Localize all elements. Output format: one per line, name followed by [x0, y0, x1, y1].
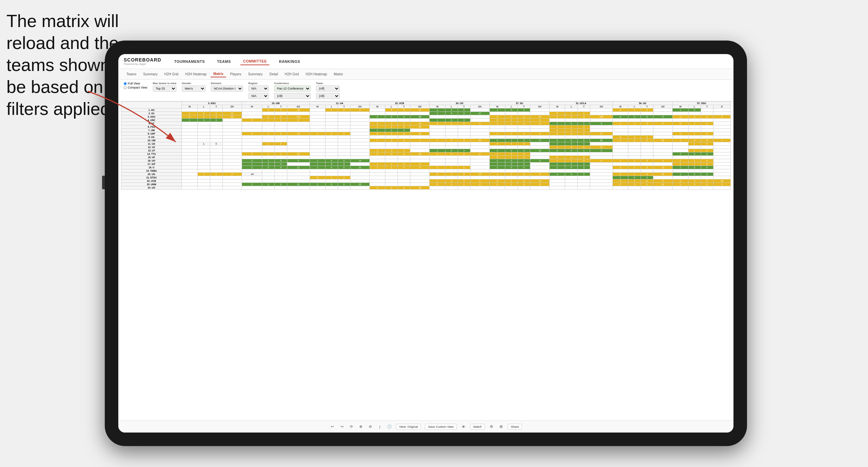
subnav-matrix[interactable]: Matrix	[211, 71, 226, 77]
cell-r11-c0-s2	[210, 146, 222, 149]
zoom-icon[interactable]: ⊕	[358, 424, 364, 429]
region-select[interactable]: N/A	[248, 85, 269, 92]
cell-r17-c3-s0: 1	[369, 166, 385, 169]
cell-r12-c7-s0	[612, 149, 628, 152]
cell-r22-c8-s3: 0	[713, 183, 730, 186]
settings-icon[interactable]: ⚙	[489, 424, 494, 429]
conference-label: Conference	[274, 82, 311, 85]
cell-r17-c6-s2: 0	[578, 166, 590, 169]
cell-r15-c5-s0: 2	[489, 159, 505, 163]
cell-r13-c8-s1: 0	[688, 152, 701, 156]
cell-r6-c3-s1: 0	[385, 129, 398, 132]
team-select[interactable]: (All)	[316, 85, 340, 92]
cell-r20-c4-s0	[430, 176, 445, 179]
cell-r3-c6-s3	[590, 119, 613, 122]
cell-r7-c8-s3	[713, 132, 730, 136]
cell-r22-c3-s0	[369, 183, 385, 186]
cell-r9-c0-s3	[222, 139, 242, 142]
refresh-icon[interactable]: ⟳	[349, 424, 354, 429]
cell-r23-c1-s1	[262, 186, 275, 190]
cell-r21-c6-s1	[565, 179, 578, 183]
matrix-container[interactable]: 3. ASU 10. UW 11. UA 22. UCB 24. UO 27. …	[118, 101, 733, 420]
division-select[interactable]: NCAA Division I	[211, 85, 243, 92]
subnav-h2h-grid2[interactable]: H2H Grid	[282, 71, 302, 77]
subnav-detail[interactable]: Detail	[267, 71, 281, 77]
cell-r4-c8-s0: 0	[673, 122, 688, 125]
cell-r10-c3-s3	[410, 142, 430, 146]
cell-r0-c7-s0: 0	[612, 108, 628, 112]
conference-select2[interactable]: (All)	[274, 93, 311, 99]
region-select2[interactable]: N/A	[248, 93, 269, 99]
cell-r21-c0-s1	[197, 179, 210, 183]
watch-button[interactable]: Watch	[470, 424, 485, 430]
subnav-h2h-heatmap2[interactable]: H2H Heatmap	[303, 71, 330, 77]
cell-r20-c1-s2	[275, 176, 287, 179]
nav-committee[interactable]: COMMITTEE	[240, 58, 270, 65]
eye-icon[interactable]: 👁	[461, 424, 466, 429]
share-button[interactable]: Share	[508, 424, 522, 430]
cell-r14-c8-s1	[688, 156, 701, 159]
cell-r15-c7-s3: 0	[653, 159, 673, 163]
col-header-osu: 57. OSU	[673, 102, 731, 105]
cell-r15-c6-s0: 1	[550, 159, 565, 163]
view-original-button[interactable]: View: Original	[396, 424, 421, 430]
team-select2[interactable]: (All)	[316, 93, 340, 99]
undo-icon[interactable]: ↩	[330, 424, 335, 429]
logo-area: SCOREBOARD Powered by clippd	[124, 57, 161, 66]
cell-r6-c0-s2	[210, 129, 222, 132]
nav-tournaments[interactable]: TOURNAMENTS	[171, 58, 208, 65]
cell-r21-c3-s3	[410, 179, 430, 183]
cell-r3-c7-s0	[612, 119, 628, 122]
cell-r19-c3-s2	[398, 173, 410, 176]
subnav-matrix2[interactable]: Matrix	[331, 71, 346, 77]
cell-r0-c6-s2	[578, 108, 590, 112]
cell-r12-c1-s0	[242, 149, 262, 152]
subnav-summary[interactable]: Summary	[140, 71, 160, 77]
cell-r7-c4-s1	[445, 132, 458, 136]
redo-icon[interactable]: ↪	[339, 424, 345, 429]
col-header-uw: 10. UW	[242, 102, 310, 105]
cell-r13-c1-s2: 1	[275, 152, 287, 156]
cell-r2-c5-s1: 0	[505, 115, 518, 119]
cell-r9-c0-s0	[182, 139, 197, 142]
cell-r3-c8-s2	[701, 119, 713, 122]
radio-compact-view[interactable]: Compact View	[124, 86, 147, 89]
subnav-teams[interactable]: Teams	[124, 71, 139, 77]
cell-r10-c2-s3	[350, 142, 369, 146]
radio-full-view[interactable]: Full View	[124, 82, 147, 85]
subnav-players[interactable]: Players	[227, 71, 244, 77]
cell-r11-c0-s0	[182, 146, 197, 149]
cell-r21-c8-s1: 3	[688, 179, 701, 183]
nav-rankings[interactable]: RANKINGS	[276, 58, 303, 65]
cell-r23-c8-s3	[713, 186, 730, 190]
cell-r7-c2-s1: 2	[325, 132, 338, 136]
save-custom-button[interactable]: Save Custom View	[425, 424, 457, 430]
gender-label: Gender	[182, 82, 206, 85]
row-label-4: 5. UT	[121, 122, 182, 125]
cell-r15-c1-s2: 0	[275, 159, 287, 163]
cell-r5-c7-s1	[628, 125, 641, 129]
cell-r15-c2-s1: 0	[325, 159, 338, 163]
cell-r18-c5-s3	[530, 169, 550, 173]
cell-r16-c5-s2: 0	[518, 163, 530, 166]
nav-teams[interactable]: TEAMS	[214, 58, 234, 65]
cell-r6-c0-s0	[182, 129, 197, 132]
subnav-h2h-heatmap[interactable]: H2H Heatmap	[183, 71, 209, 77]
grid-icon[interactable]: ⊞	[498, 424, 504, 429]
subnav-summary2[interactable]: Summary	[245, 71, 265, 77]
cell-r4-c4-s0: 0	[430, 122, 445, 125]
row-label-13: 14. TTU	[121, 152, 182, 156]
cell-r2-c7-s3: 0	[653, 115, 673, 119]
conference-select[interactable]: Pac-12 Conference	[274, 85, 311, 92]
cell-r11-c6-s3: 15	[590, 146, 613, 149]
max-teams-select[interactable]: Top 25	[153, 85, 176, 92]
gender-select[interactable]: Men's	[182, 85, 206, 92]
cell-r18-c3-s1	[385, 169, 398, 173]
subnav-h2h-grid[interactable]: H2H Grid	[162, 71, 181, 77]
cell-r23-c4-s2	[458, 186, 470, 190]
cell-r14-c6-s0: 0	[550, 156, 565, 159]
clock-icon[interactable]: 🕐	[387, 424, 392, 429]
cell-r15-c7-s0: 1	[612, 159, 628, 163]
cell-r12-c8-s2: 0	[701, 149, 713, 152]
zoom-out-icon[interactable]: ⊖	[368, 424, 373, 429]
